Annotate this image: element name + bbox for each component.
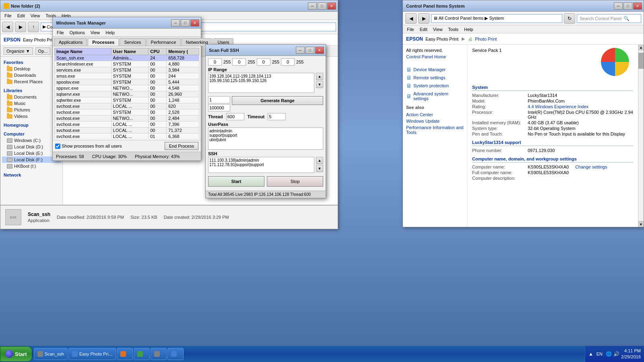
forward-button[interactable]: ▶	[15, 22, 26, 32]
table-row[interactable]: svchost.exe LOCAL ... 00 620	[55, 103, 199, 109]
scroll-thumb[interactable]	[638, 53, 644, 69]
ssh-maximize-button[interactable]: □	[305, 47, 314, 54]
sidebar-item-i[interactable]: HKBoot (I:)	[2, 163, 61, 169]
ip-range-up-button[interactable]: ▲	[316, 73, 323, 80]
table-row[interactable]: services.exe SYSTEM 00 3,984	[55, 67, 199, 73]
cp-search-box[interactable]: Search Control Panel 🔍	[577, 14, 641, 23]
cp-menu-help[interactable]: Help	[462, 26, 476, 33]
change-settings-link[interactable]: Change settings	[575, 165, 607, 169]
explorer-menu-edit[interactable]: Edit	[15, 12, 27, 19]
ip-range-down-button[interactable]: ▼	[316, 81, 323, 88]
cp-minimize-button[interactable]: ─	[614, 2, 623, 10]
generate-range-button[interactable]: Generate Range	[232, 96, 323, 105]
explorer-menu-view[interactable]: View	[28, 12, 43, 19]
table-row[interactable]: sqlwriter.exe SYSTEM 00 1,248	[55, 97, 199, 103]
cp-address-bar[interactable]: 🖥 All Control Panel Items ▶ System	[431, 14, 562, 23]
table-row[interactable]: svchost.exe LOCAL ... 01 6,368	[55, 134, 199, 139]
table-row[interactable]: Scan_ssh.exe Adminis... 24 658,728	[55, 55, 199, 61]
table-row[interactable]: sppsvc.exe NETWO... 00 4,548	[55, 85, 199, 91]
process-list-scrollable[interactable]: Image Name User Name CPU Memory ( Scan_s…	[54, 48, 199, 138]
userpass-box[interactable]: admin|adminsupport|supportubnt|ubnt	[208, 128, 323, 150]
cp-back-button[interactable]: ◀	[405, 13, 417, 24]
col-memory[interactable]: Memory (	[167, 48, 199, 55]
cp-link-advanced-settings[interactable]: Advanced system settings	[413, 90, 464, 102]
cp-link-system-protection[interactable]: System protection	[413, 82, 449, 89]
tm-menu-help[interactable]: Help	[103, 29, 117, 36]
explorer-close-button[interactable]: ✕	[327, 2, 336, 10]
cp-link-remote-settings[interactable]: Remote settings	[413, 74, 445, 81]
taskbar-task-6[interactable]	[167, 348, 184, 360]
table-row[interactable]: SearchIndexer.exe SYSTEM 00 4,880	[55, 61, 199, 67]
start-button[interactable]: Start	[0, 346, 32, 362]
tm-minimize-button[interactable]: ─	[171, 19, 180, 27]
explorer-minimize-button[interactable]: ─	[308, 2, 317, 10]
tm-close-button[interactable]: ✕	[190, 19, 199, 27]
cp-link-control-panel-home[interactable]: Control Panel Home	[406, 53, 464, 60]
ssh-stop-button[interactable]: Stop	[267, 176, 323, 187]
volume-systray-icon[interactable]: 🔊	[613, 351, 619, 357]
network-systray-icon[interactable]: 🌐	[606, 351, 612, 357]
table-row[interactable]: sqlservr.exe NETWO... 00 26,960	[55, 91, 199, 97]
explorer-menu-file[interactable]: File	[2, 12, 14, 19]
col-image-name[interactable]: Image Name	[55, 48, 111, 55]
show-all-checkbox[interactable]	[55, 144, 60, 149]
cp-link-device-manager[interactable]: Device Manager	[413, 66, 446, 73]
table-row[interactable]: svchost.exe LOCAL ... 00 7,396	[55, 121, 199, 128]
cp-link-action-center[interactable]: Action Center	[406, 111, 464, 118]
range-end-input[interactable]	[208, 104, 230, 111]
table-row[interactable]: svchost.exe NETWO... 00 2,484	[55, 115, 199, 121]
cp-menu-edit[interactable]: Edit	[417, 26, 430, 33]
organize-button[interactable]: Organize ▼	[4, 47, 33, 55]
tm-maximize-button[interactable]: □	[181, 19, 190, 27]
table-row[interactable]: svchost.exe LOCAL ... 00 71,372	[55, 128, 199, 134]
cp-maximize-button[interactable]: □	[623, 2, 632, 10]
scroll-down-button[interactable]: ▼	[638, 221, 644, 227]
taskbar-task-easy-photo[interactable]: Easy Photo Pri...	[68, 348, 116, 360]
cp-link-perf-info[interactable]: Performance Information and Tools	[406, 124, 464, 136]
ssh-results-up-button[interactable]: ▲	[316, 157, 323, 164]
table-row[interactable]: spoolsv.exe SYSTEM 00 5,444	[55, 79, 199, 85]
network-header[interactable]: Network	[2, 172, 61, 178]
cp-refresh-button[interactable]: ↻	[564, 13, 575, 24]
ip-field-1[interactable]	[208, 58, 222, 66]
open-button[interactable]: Op...	[35, 47, 51, 55]
scroll-up-button[interactable]: ▲	[638, 45, 644, 50]
back-button[interactable]: ◀	[2, 22, 13, 32]
ip-range-box[interactable]: 199.128.104.112-199.128.104.113105.99.15…	[208, 73, 314, 93]
tab-applications[interactable]: Applications	[54, 38, 87, 46]
explorer-maximize-button[interactable]: □	[318, 2, 326, 10]
tm-menu-file[interactable]: File	[54, 29, 66, 36]
table-row[interactable]: smss.exe SYSTEM 00 244	[55, 73, 199, 79]
ssh-close-button[interactable]: ✕	[315, 47, 324, 54]
cp-menu-tools[interactable]: Tools	[446, 26, 461, 33]
col-user-name[interactable]: User Name	[111, 48, 149, 55]
cp-menu-view[interactable]: View	[431, 26, 445, 33]
cp-menu-file[interactable]: File	[405, 26, 417, 33]
col-cpu[interactable]: CPU	[149, 48, 167, 55]
tab-processes[interactable]: Processes	[88, 38, 119, 46]
tab-performance[interactable]: Performance	[147, 38, 181, 46]
end-process-button[interactable]: End Process	[165, 142, 198, 150]
taskbar-task-4[interactable]	[134, 348, 150, 360]
ip-field-3[interactable]	[257, 58, 270, 66]
taskbar-task-scan-ssh[interactable]: Scan_ssh	[34, 348, 68, 360]
tm-menu-view[interactable]: View	[88, 29, 103, 36]
thread-input[interactable]	[226, 113, 244, 120]
show-processes-checkbox[interactable]: Show processes from all users	[55, 144, 122, 149]
cp-forward-button[interactable]: ▶	[418, 13, 429, 24]
systray-arrow-icon[interactable]: ▲	[588, 351, 593, 357]
rating-link[interactable]: 4.4 Windows Experience Index	[528, 104, 588, 109]
ssh-minimize-button[interactable]: ─	[296, 47, 305, 54]
taskbar-task-5[interactable]	[151, 348, 167, 360]
ip-field-2[interactable]	[232, 58, 246, 66]
ip-field-4[interactable]	[281, 58, 295, 66]
ssh-start-button[interactable]: Start	[208, 176, 264, 187]
up-button[interactable]: ↑	[28, 22, 39, 32]
cp-scrollbar[interactable]: ▲ ▼	[638, 45, 644, 227]
tm-menu-options[interactable]: Options	[67, 29, 87, 36]
taskbar-task-3[interactable]	[117, 348, 133, 360]
ssh-results-down-button[interactable]: ▼	[316, 165, 323, 172]
timeout-input[interactable]	[268, 113, 286, 120]
range-start-input[interactable]	[208, 96, 230, 103]
cp-link-windows-update[interactable]: Windows Update	[406, 118, 464, 124]
